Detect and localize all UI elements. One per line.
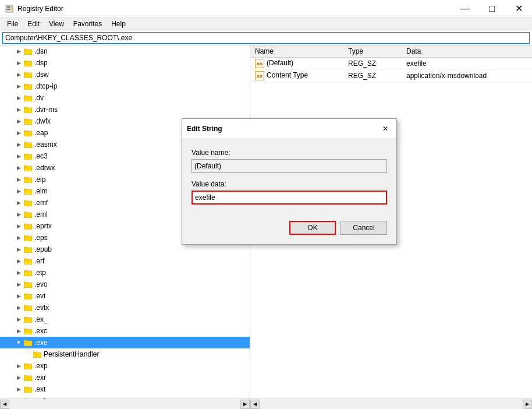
value-data-group: Value data: <box>191 180 387 204</box>
cancel-button[interactable]: Cancel <box>341 221 387 235</box>
edit-string-dialog: Edit String ✕ Value name: Value data: OK… <box>182 118 397 245</box>
value-data-label: Value data: <box>191 180 387 188</box>
dialog-title: Edit String <box>187 125 222 133</box>
modal-overlay: Edit String ✕ Value name: Value data: OK… <box>0 0 532 409</box>
dialog-footer: OK Cancel <box>182 221 396 244</box>
ok-button[interactable]: OK <box>289 221 336 235</box>
dialog-close-button[interactable]: ✕ <box>379 122 392 135</box>
value-name-input <box>191 159 387 173</box>
value-data-input[interactable] <box>191 191 387 204</box>
dialog-body: Value name: Value data: <box>182 139 396 221</box>
value-name-label: Value name: <box>191 149 387 157</box>
value-name-group: Value name: <box>191 149 387 173</box>
dialog-title-bar: Edit String ✕ <box>182 119 396 139</box>
